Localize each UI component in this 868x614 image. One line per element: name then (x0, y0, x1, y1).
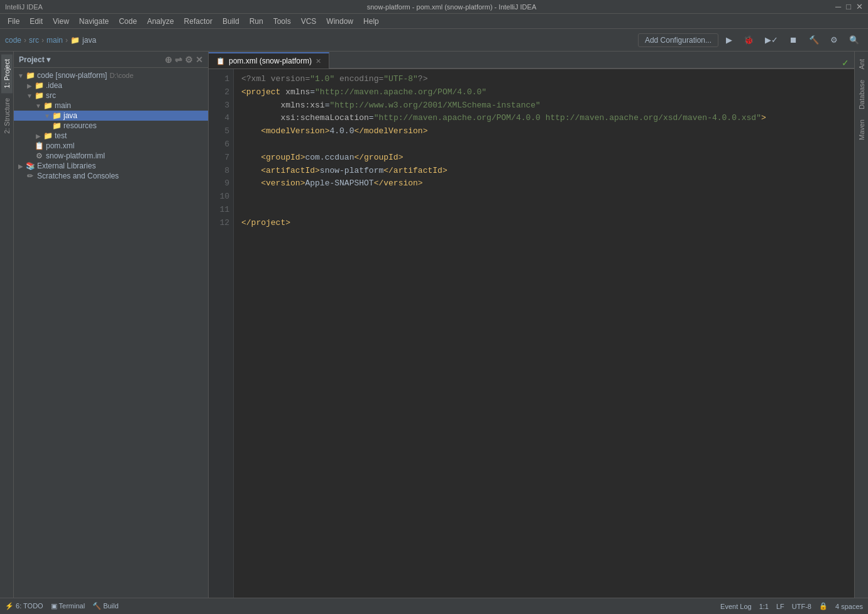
panel-actions: ⊕ ⇌ ⚙ ✕ (165, 55, 203, 65)
menu-item-help[interactable]: Help (358, 16, 384, 27)
right-sidebar-tabs: Ant Database Maven (854, 52, 868, 598)
menu-item-navigate[interactable]: Navigate (74, 16, 114, 27)
tree-item-iml[interactable]: ⚙ snow-platform.iml (14, 151, 208, 161)
menu-item-tools[interactable]: Tools (268, 16, 296, 27)
indent-setting[interactable]: 4 spaces (835, 603, 863, 610)
tree-label-scratches: Scratches and Consoles (37, 172, 119, 180)
tree-item-root[interactable]: ▼ 📁 code [snow-platform] D:\code (14, 70, 208, 80)
menu-item-file[interactable]: File (3, 16, 25, 27)
window-controls[interactable]: ─ □ ✕ (835, 2, 863, 11)
sidebar-item-database[interactable]: Database (856, 75, 867, 114)
iml-icon: ⚙ (34, 151, 44, 160)
project-panel: Project ▾ ⊕ ⇌ ⚙ ✕ ▼ 📁 code [snow-platfor… (14, 52, 209, 598)
tree-item-pomxml[interactable]: 📋 pom.xml (14, 141, 208, 151)
run-button[interactable]: ▶ (722, 33, 736, 47)
titlebar: IntelliJ IDEA snow-platform - pom.xml (s… (0, 0, 868, 14)
tree-arrow-java: ▼ (43, 112, 52, 119)
resources-folder-icon: 📁 (52, 121, 62, 130)
breadcrumb: code › src › main › 📁 java (5, 36, 96, 45)
tree-label-ext: External Libraries (37, 162, 96, 170)
stop-button[interactable]: ⏹ (786, 33, 801, 47)
tree-item-main[interactable]: ▼ 📁 main (14, 101, 208, 111)
sidebar-item-ant[interactable]: Ant (856, 54, 867, 75)
java-folder-icon: 📁 (52, 111, 62, 120)
event-log[interactable]: Event Log (720, 603, 752, 610)
encoding[interactable]: UTF-8 (792, 603, 811, 610)
menu-item-window[interactable]: Window (321, 16, 358, 27)
todo-button[interactable]: ⚡ 6: TODO (5, 602, 43, 610)
left-sidebar-tabs: 1: Project 2: Structure (0, 52, 14, 598)
main-folder-icon: 📁 (43, 101, 53, 110)
sidebar-item-structure[interactable]: 2: Structure (1, 93, 13, 139)
tree-arrow-ext: ▶ (16, 163, 25, 170)
editor-area: 📋 pom.xml (snow-platform) ✕ ✓ 1234 5678 … (209, 52, 854, 598)
build-button[interactable]: 🔨 Build (92, 602, 119, 610)
tree-item-java[interactable]: ▼ 📁 java (14, 111, 208, 121)
breadcrumb-java[interactable]: 📁 (70, 36, 80, 45)
breadcrumb-java-label[interactable]: java (82, 36, 96, 45)
panel-new-icon[interactable]: ⊕ (165, 55, 172, 65)
tree-item-ext-libraries[interactable]: ▶ 📚 External Libraries (14, 161, 208, 171)
src-folder-icon: 📁 (34, 91, 44, 100)
settings-button[interactable]: ⚙ (827, 33, 842, 47)
build-project-button[interactable]: 🔨 (805, 33, 823, 47)
breadcrumb-src[interactable]: src (29, 36, 39, 45)
tree-arrow-root: ▼ (16, 72, 25, 79)
panel-close-icon[interactable]: ✕ (195, 55, 203, 65)
run-with-coverage-button[interactable]: ▶✓ (761, 33, 782, 47)
tree-label-main: main (55, 101, 71, 110)
code-editor[interactable]: <?xml version="1.0" encoding="UTF-8"?> <… (234, 69, 854, 598)
menu-item-vcs[interactable]: VCS (296, 16, 322, 27)
editor-tab-pom[interactable]: 📋 pom.xml (snow-platform) ✕ (209, 52, 329, 69)
add-configuration-button[interactable]: Add Configuration... (638, 33, 718, 47)
minimize-button[interactable]: ─ (835, 2, 841, 11)
tree-label-idea: .idea (46, 81, 62, 90)
tree-item-scratches[interactable]: ✏ Scratches and Consoles (14, 171, 208, 181)
sidebar-item-project[interactable]: 1: Project (1, 54, 13, 93)
tree-item-resources[interactable]: 📁 resources (14, 121, 208, 131)
panel-sync-icon[interactable]: ⇌ (175, 55, 182, 65)
menu-item-code[interactable]: Code (114, 16, 142, 27)
tree-arrow-src: ▼ (25, 92, 34, 99)
breadcrumb-main[interactable]: main (47, 36, 63, 45)
project-tree: ▼ 📁 code [snow-platform] D:\code ▶ 📁 .id… (14, 68, 208, 598)
tree-arrow-main: ▼ (34, 102, 43, 109)
idea-folder-icon: 📁 (34, 81, 44, 90)
tree-label-java: java (63, 111, 77, 120)
window-title: snow-platform - pom.xml (snow-platform) … (68, 3, 835, 11)
pom-xml-icon: 📋 (34, 141, 44, 150)
menubar: FileEditViewNavigateCodeAnalyzeRefactorB… (0, 14, 868, 29)
terminal-button[interactable]: ▣ Terminal (51, 602, 85, 610)
editor-content: 1234 5678 9101112 <?xml version="1.0" en… (209, 69, 854, 598)
tree-label-root: code [snow-platform] (37, 71, 107, 80)
search-everywhere-button[interactable]: 🔍 (845, 33, 863, 47)
restore-button[interactable]: □ (846, 2, 851, 11)
tree-label-src: src (46, 91, 56, 100)
ext-libraries-icon: 📚 (25, 162, 35, 170)
menu-item-analyze[interactable]: Analyze (142, 16, 179, 27)
menu-item-refactor[interactable]: Refactor (179, 16, 217, 27)
tree-sublabel-root: D:\code (109, 72, 133, 79)
tree-item-src[interactable]: ▼ 📁 src (14, 90, 208, 101)
editor-status-check: ✓ (842, 58, 849, 68)
menu-item-build[interactable]: Build (217, 16, 244, 27)
tree-item-idea[interactable]: ▶ 📁 .idea (14, 80, 208, 90)
tree-item-test[interactable]: ▶ 📁 test (14, 131, 208, 141)
breadcrumb-code[interactable]: code (5, 36, 21, 45)
tree-label-iml: snow-platform.iml (46, 151, 105, 160)
sidebar-item-maven[interactable]: Maven (856, 114, 867, 145)
toolbar-right: Add Configuration... ▶ 🐞 ▶✓ ⏹ 🔨 ⚙ 🔍 (638, 33, 863, 47)
cursor-position[interactable]: 1:1 (759, 603, 769, 610)
menu-item-run[interactable]: Run (244, 16, 268, 27)
menu-item-view[interactable]: View (48, 16, 74, 27)
status-right: Event Log 1:1 LF UTF-8 🔒 4 spaces (720, 602, 863, 610)
debug-button[interactable]: 🐞 (740, 33, 757, 47)
line-ending[interactable]: LF (776, 603, 784, 610)
menu-item-edit[interactable]: Edit (25, 16, 48, 27)
statusbar: ⚡ 6: TODO ▣ Terminal 🔨 Build Event Log 1… (0, 598, 868, 614)
panel-settings-icon[interactable]: ⚙ (185, 55, 193, 65)
toolbar: code › src › main › 📁 java Add Configura… (0, 29, 868, 52)
close-button[interactable]: ✕ (856, 2, 863, 11)
tree-arrow-test: ▶ (34, 133, 43, 140)
tab-close-pom[interactable]: ✕ (316, 57, 321, 65)
